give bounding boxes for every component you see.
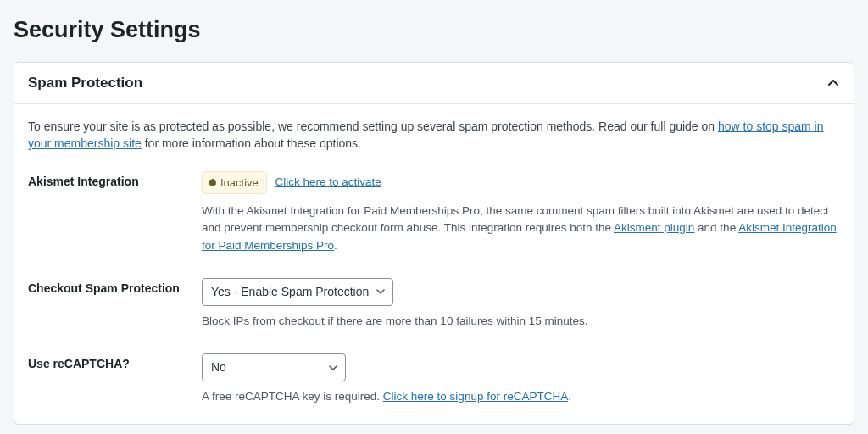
recaptcha-helper-pre: A free reCAPTCHA key is required. <box>202 390 383 403</box>
recaptcha-helper-post: . <box>568 390 571 403</box>
intro-text-post: for more information about these options… <box>142 136 361 150</box>
status-badge: ⬢ Inactive <box>202 171 267 195</box>
panel-intro: To ensure your site is as protected as p… <box>28 118 840 153</box>
recaptcha-select[interactable]: No <box>202 353 346 381</box>
chevron-up-icon <box>826 76 840 90</box>
page-title: Security Settings <box>14 17 854 43</box>
activate-link[interactable]: Click here to activate <box>275 175 381 188</box>
akismet-description: With the Akismet Integration for Paid Me… <box>202 203 840 254</box>
panel-header-toggle[interactable]: Spam Protection <box>14 63 854 104</box>
checkout-spam-label: Checkout Spam Protection <box>28 278 202 295</box>
akismet-label: Akismet Integration <box>28 171 202 188</box>
recaptcha-signup-link[interactable]: Click here to signup for reCAPTCHA <box>383 390 568 403</box>
checkout-spam-select[interactable]: Yes - Enable Spam Protection <box>202 278 393 306</box>
recaptcha-row: Use reCAPTCHA? No A free reCAPTCHA key i… <box>28 353 840 405</box>
panel-body: To ensure your site is as protected as p… <box>14 104 854 424</box>
akismet-row: Akismet Integration ⬢ Inactive Click her… <box>28 171 840 254</box>
recaptcha-value: No <box>211 359 226 376</box>
panel-title: Spam Protection <box>28 75 142 92</box>
spam-protection-panel: Spam Protection To ensure your site is a… <box>14 62 854 425</box>
checkout-spam-row: Checkout Spam Protection Yes - Enable Sp… <box>28 278 840 330</box>
akismet-desc-post: . <box>334 239 337 252</box>
chevron-down-icon <box>328 363 338 373</box>
recaptcha-label: Use reCAPTCHA? <box>28 353 202 370</box>
akisment-plugin-link[interactable]: Akisment plugin <box>614 221 694 234</box>
status-badge-text: Inactive <box>220 175 259 192</box>
akismet-mid: and the <box>694 221 738 234</box>
chevron-down-icon <box>376 287 386 297</box>
checkout-spam-value: Yes - Enable Spam Protection <box>211 283 369 301</box>
recaptcha-helper: A free reCAPTCHA key is required. Click … <box>202 388 840 405</box>
checkout-spam-helper: Block IPs from checkout if there are mor… <box>202 313 840 330</box>
intro-text-pre: To ensure your site is as protected as p… <box>28 120 718 133</box>
warning-icon: ⬢ <box>209 178 217 187</box>
